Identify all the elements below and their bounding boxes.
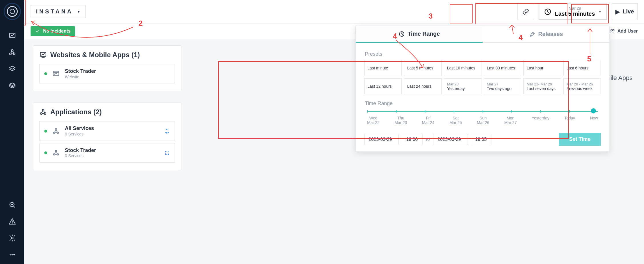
sidebar-item-platforms[interactable]: [9, 82, 16, 89]
check-icon: [35, 29, 40, 34]
time-range-label: Time Range: [365, 101, 600, 107]
preset-last-30-minutes[interactable]: Last 30 minutes: [484, 60, 521, 76]
datetime-separator: to: [426, 137, 430, 142]
time-range-slider[interactable]: WedMar 22 ThuMar 23 FriMar 24 SatMar 25 …: [367, 109, 598, 125]
application-subtitle: 0 Services: [65, 132, 94, 137]
svg-point-5: [11, 237, 13, 239]
rocket-icon: [529, 31, 535, 37]
preset-last-12-hours[interactable]: Last 12 hours: [364, 78, 402, 94]
preset-last-6-hours[interactable]: Last 6 hours: [563, 60, 601, 76]
application-row[interactable]: All Services 0 Services: [39, 121, 175, 141]
monitor-icon: [39, 51, 47, 59]
sidebar-logo[interactable]: [4, 3, 21, 20]
preset-last-10-minutes[interactable]: Last 10 minutes: [444, 60, 481, 76]
link-icon: [522, 8, 529, 15]
users-icon: [609, 28, 615, 34]
clock-icon: [544, 8, 551, 15]
brand-label: INSTANA: [36, 8, 73, 15]
status-dot-healthy: [44, 72, 47, 75]
preset-last-24-hours[interactable]: Last 24 hours: [404, 78, 441, 94]
live-button[interactable]: ▶ Live: [612, 3, 638, 20]
preset-previous-week[interactable]: Mar 20 - Mar 26Previous week: [563, 78, 601, 94]
copy-link-button[interactable]: [517, 3, 534, 20]
website-icon: [52, 70, 60, 77]
card-applications: Applications (2) All Services 0 Services: [33, 103, 181, 170]
preset-two-days-ago[interactable]: Mar 27Two days ago: [484, 78, 521, 94]
svg-point-7: [12, 254, 13, 255]
preset-last-5-minutes[interactable]: Last 5 minutes: [404, 60, 441, 76]
clock-icon: [399, 31, 405, 37]
background-card-label: bile Apps: [607, 74, 633, 82]
svg-point-10: [611, 29, 612, 31]
sidebar-item-analytics[interactable]: [9, 201, 16, 209]
website-title: Stock Trader: [65, 68, 96, 75]
svg-point-6: [10, 254, 11, 255]
expand-icon[interactable]: [164, 150, 170, 156]
website-row[interactable]: Stock Trader Website: [39, 64, 175, 83]
sidebar-item-events[interactable]: [9, 218, 16, 225]
sidebar-item-infrastructure[interactable]: [9, 65, 16, 73]
website-subtitle: Website: [65, 75, 96, 79]
preset-last-minute[interactable]: Last minute: [364, 60, 402, 76]
preset-last-hour[interactable]: Last hour: [523, 60, 561, 76]
add-user-label: Add User: [617, 29, 638, 34]
to-time-field[interactable]: 19:05: [471, 134, 491, 145]
application-subtitle: 0 Services: [65, 153, 96, 158]
status-dot-healthy: [44, 130, 47, 133]
play-icon: ▶: [615, 8, 620, 15]
chevron-down-icon: ▼: [598, 10, 602, 14]
tab-time-range[interactable]: Time Range: [356, 26, 483, 43]
status-dot-healthy: [44, 151, 47, 154]
presets-label: Presets: [365, 51, 600, 57]
live-label: Live: [623, 8, 634, 15]
svg-rect-0: [9, 33, 15, 37]
application-title: Stock Trader: [65, 147, 96, 154]
collapse-icon[interactable]: [164, 128, 170, 134]
svg-rect-13: [53, 71, 59, 76]
time-picker-range: Last 5 minutes: [555, 11, 595, 17]
applications-icon: [52, 127, 60, 135]
application-title: All Services: [65, 125, 94, 132]
sidebar: [0, 0, 24, 264]
to-date-field[interactable]: 2023-03-29: [433, 134, 467, 145]
from-date-field[interactable]: 2023-03-29: [364, 134, 399, 145]
card-websites-title: Websites & Mobile Apps (1): [39, 51, 175, 59]
application-row[interactable]: Stock Trader 0 Services: [39, 143, 175, 163]
add-user-button[interactable]: Add User: [609, 28, 638, 34]
no-incidents-badge[interactable]: No Incidents: [31, 26, 75, 36]
svg-point-11: [613, 29, 614, 31]
preset-last-seven-days[interactable]: Mar 22- Mar 29Last seven days: [523, 78, 561, 94]
svg-point-8: [13, 254, 14, 255]
svg-point-24: [533, 33, 533, 34]
from-time-field[interactable]: 19:00: [402, 134, 423, 145]
chevron-down-icon: ▼: [77, 10, 80, 14]
preset-yesterday[interactable]: Mar 28Yesterday: [444, 78, 481, 94]
tab-releases[interactable]: Releases: [483, 26, 609, 43]
card-applications-title: Applications (2): [39, 108, 175, 116]
slider-labels: WedMar 22 ThuMar 23 FriMar 24 SatMar 25 …: [367, 116, 598, 125]
no-incidents-label: No Incidents: [43, 29, 71, 34]
card-websites: Websites & Mobile Apps (1) Stock Trader …: [33, 45, 181, 91]
preset-grid: Last minute Last 5 minutes Last 10 minut…: [364, 60, 601, 94]
time-picker-date: Mar 29: [555, 6, 595, 11]
main: INSTANA ▼ Mar 29 Last 5 minutes ▼ ▶ Live: [24, 0, 644, 264]
set-time-button[interactable]: Set Time: [559, 133, 601, 146]
sidebar-item-applications[interactable]: [9, 49, 16, 56]
time-picker-button[interactable]: Mar 29 Last 5 minutes ▼: [539, 3, 607, 20]
tenant-selector[interactable]: INSTANA ▼: [31, 5, 86, 18]
topbar: INSTANA ▼ Mar 29 Last 5 minutes ▼ ▶ Live: [24, 0, 644, 23]
slider-handle[interactable]: [591, 108, 596, 113]
sidebar-item-more[interactable]: [9, 251, 16, 258]
sidebar-item-settings[interactable]: [9, 234, 16, 242]
datetime-row: 2023-03-29 19:00 to 2023-03-29 19:05 Set…: [364, 133, 601, 146]
time-range-popup: Time Range Releases Presets Last minute …: [355, 26, 610, 152]
sidebar-item-dashboard[interactable]: [9, 32, 16, 39]
applications-icon: [39, 108, 47, 116]
applications-icon: [52, 149, 60, 157]
